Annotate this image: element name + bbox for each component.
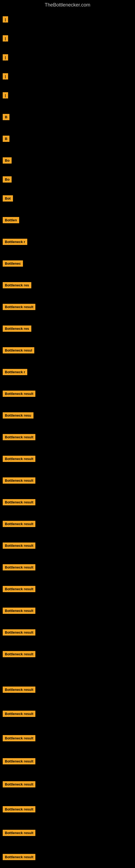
- bottleneck-item: |: [3, 16, 8, 23]
- bottleneck-item: Bottleneck result: [3, 629, 35, 636]
- bottleneck-item: Bottleneck resu: [3, 412, 34, 418]
- bottleneck-item: Bottleneck result: [3, 542, 35, 549]
- bottleneck-item: Bottleneck result: [3, 499, 35, 505]
- bottleneck-item: Bottleneck res: [3, 282, 31, 288]
- bottleneck-item: |: [3, 92, 8, 98]
- bottleneck-item: Bottleneck result: [3, 651, 35, 657]
- bottleneck-item: Bottleneck result: [3, 456, 35, 462]
- bottleneck-item: Bottleneck result: [3, 391, 35, 397]
- bottleneck-item: |: [3, 54, 8, 61]
- bottleneck-item: Bottleneck r: [3, 369, 27, 375]
- bottleneck-item: Bottleneck result: [3, 304, 35, 310]
- bottleneck-item: Bottleneck result: [3, 758, 35, 764]
- bottleneck-item: Bottleneck res: [3, 326, 31, 332]
- bottleneck-item: B: [3, 114, 9, 120]
- bottleneck-item: Bottleneck result: [3, 434, 35, 440]
- bottleneck-item: Bottleneck result: [3, 711, 35, 717]
- bottleneck-item: |: [3, 73, 8, 80]
- bottleneck-item: Bottlenec: [3, 260, 23, 267]
- bottleneck-item: Bottleneck result: [3, 521, 35, 527]
- bottleneck-item: Bottleneck result: [3, 830, 35, 836]
- bottleneck-item: Bot: [3, 195, 13, 202]
- bottleneck-item: Bottleneck resul: [3, 347, 34, 353]
- bottleneck-item: Bottleneck result: [3, 564, 35, 570]
- bottleneck-item: Bo: [3, 157, 12, 163]
- bottleneck-item: Bottleneck result: [3, 477, 35, 484]
- bottleneck-item: Bottleneck result: [3, 806, 35, 812]
- bottleneck-item: Bottleneck result: [3, 608, 35, 614]
- bottleneck-item: B: [3, 135, 9, 142]
- bottleneck-item: Bottlen: [3, 217, 19, 223]
- bottleneck-item: Bottleneck result: [3, 735, 35, 741]
- bottleneck-item: Bo: [3, 176, 12, 183]
- bottleneck-item: Bottleneck result: [3, 686, 35, 693]
- bottleneck-item: Bottleneck r: [3, 239, 27, 245]
- bottleneck-item: Bottleneck result: [3, 781, 35, 787]
- bottleneck-item: Bottleneck result: [3, 854, 35, 860]
- bottleneck-item: |: [3, 35, 8, 41]
- site-title: TheBottlenecker.com: [0, 0, 135, 10]
- bottleneck-item: Bottleneck result: [3, 586, 35, 592]
